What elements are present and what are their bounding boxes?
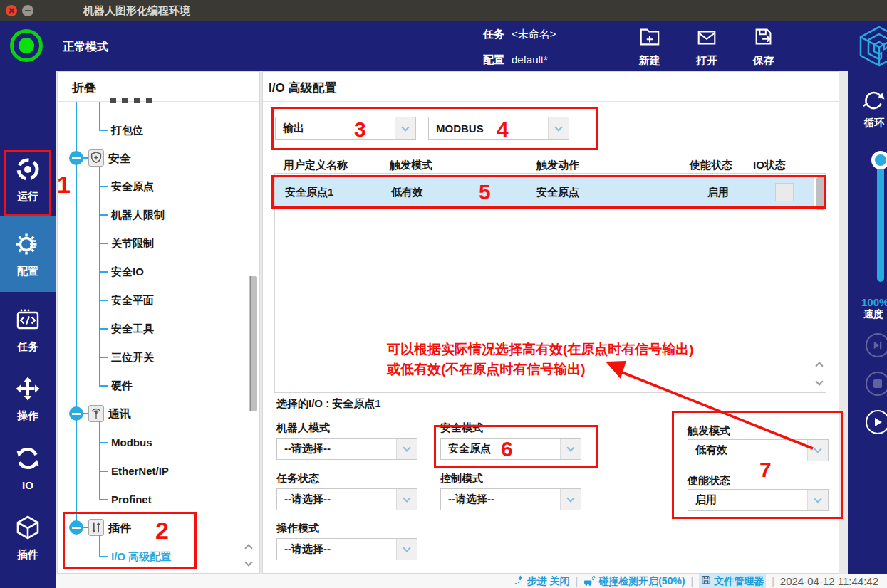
tree-stub-line <box>99 328 108 330</box>
minimize-window-icon[interactable] <box>22 5 33 16</box>
col-header-trigger-action: 触发动作 <box>536 159 579 172</box>
right-sidebar <box>848 71 887 574</box>
tree-node-safety[interactable]: 安全 <box>108 152 131 167</box>
tree-scroll-down-icon[interactable] <box>243 557 254 568</box>
table-scrollbar-thumb[interactable] <box>816 177 825 210</box>
left-sidebar: 运行 配置 任务 <box>0 71 56 588</box>
chevron-down-icon <box>807 440 828 461</box>
operation-mode-select[interactable]: --请选择-- <box>276 538 417 560</box>
sidebar-item-plugin[interactable]: 插件 <box>0 503 56 574</box>
task-state-label: 任务状态 <box>276 472 319 485</box>
separator: | <box>691 576 694 587</box>
new-button[interactable]: 新建 <box>624 26 675 68</box>
collapse-all-button[interactable]: 折叠 <box>72 80 96 96</box>
operation-mode-label: 操作模式 <box>276 522 319 535</box>
tree-stub-line <box>99 442 108 443</box>
tree-item-modbus[interactable]: Modbus <box>111 436 152 448</box>
tree-item-ethernet-ip[interactable]: EtherNet/IP <box>111 465 169 477</box>
sidebar-item-config[interactable]: 配置 <box>0 216 56 292</box>
config-value: default* <box>512 53 548 65</box>
speed-label: 速度 <box>863 308 883 321</box>
io-state-checkbox[interactable] <box>775 183 794 201</box>
col-header-io-state: IO状态 <box>753 159 786 172</box>
control-mode-select[interactable]: --请选择-- <box>440 488 581 510</box>
tree-stub-line <box>99 243 108 244</box>
tree-stub-line <box>99 499 108 500</box>
save-icon <box>752 38 775 51</box>
chevron-down-icon <box>560 439 581 459</box>
tree-branch-line <box>99 535 100 557</box>
tree-stub-line <box>99 130 108 131</box>
play-button[interactable] <box>866 410 887 434</box>
save-button[interactable]: 保存 <box>738 26 789 68</box>
step-icon <box>514 575 524 588</box>
selected-io-label: 选择的I/O : 安全原点1 <box>276 397 381 411</box>
collapse-node-icon[interactable] <box>69 151 83 165</box>
speed-slider-track[interactable] <box>877 161 884 282</box>
tree-item[interactable]: 打包位 <box>111 124 143 137</box>
tree-scroll-up-icon[interactable] <box>243 542 254 554</box>
io-direction-select[interactable]: 输出 <box>275 117 416 140</box>
tree-node-plugin[interactable]: 插件 <box>108 521 131 536</box>
tree-item-three-position-switch[interactable]: 三位开关 <box>111 351 154 364</box>
sliders-icon <box>88 519 104 536</box>
step-mode-status[interactable]: 步进 关闭 <box>514 575 570 588</box>
tree-item-profinet[interactable]: Profinet <box>111 493 152 505</box>
tree-item-robot-limit[interactable]: 机器人限制 <box>111 209 165 222</box>
chevron-down-icon <box>395 117 415 139</box>
tree-stub-line <box>83 157 88 159</box>
tree-node-communication[interactable]: 通讯 <box>108 407 131 422</box>
collapse-node-icon[interactable] <box>69 520 83 535</box>
tree-scrollbar-thumb[interactable] <box>249 276 257 411</box>
sidebar-item-io[interactable]: IO <box>0 434 56 505</box>
loop-icon[interactable] <box>861 88 886 117</box>
callout-number-4: 4 <box>497 117 509 142</box>
file-manager-button[interactable]: 文件管理器 <box>699 574 766 588</box>
sidebar-item-run[interactable]: 运行 <box>0 145 56 216</box>
cell-trigger-mode: 低有效 <box>391 177 423 208</box>
open-button[interactable]: 打开 <box>681 26 732 68</box>
table-scroll-up-icon[interactable] <box>814 360 825 372</box>
robot-mode-label: 机器人模式 <box>276 421 330 435</box>
sidebar-item-label: 配置 <box>17 265 38 278</box>
collapse-node-icon[interactable] <box>69 406 83 421</box>
control-mode-value: --请选择-- <box>441 493 494 506</box>
task-value: <未命名> <box>512 28 556 41</box>
robot-mode-select[interactable]: --请选择-- <box>276 438 417 460</box>
stop-button[interactable] <box>866 372 887 396</box>
close-window-icon[interactable] <box>6 5 17 16</box>
trigger-mode-select[interactable]: 低有效 <box>688 439 829 461</box>
separator: | <box>772 576 774 587</box>
sidebar-item-operate[interactable]: 操作 <box>0 364 56 436</box>
cube-icon <box>15 515 41 543</box>
enable-state-select[interactable]: 启用 <box>688 489 829 511</box>
speed-slider-handle[interactable] <box>871 151 887 169</box>
tree-panel-header: 折叠 <box>58 72 259 102</box>
tree-item-safety-plane[interactable]: 安全平面 <box>111 294 154 308</box>
speed-value: 100% <box>861 296 887 308</box>
shield-icon <box>88 149 104 167</box>
tree-item-safety-tool[interactable]: 安全工具 <box>111 322 154 336</box>
tree-item-safety-io[interactable]: 安全IO <box>111 266 144 279</box>
callout-number-3: 3 <box>354 117 366 142</box>
tree-item-hardware[interactable]: 硬件 <box>111 379 133 393</box>
tree-stub-line <box>99 556 108 557</box>
task-label: 任务 <box>483 28 504 41</box>
gear-icon <box>15 231 41 260</box>
table-scroll-down-icon[interactable] <box>814 376 825 387</box>
tree-stub-line <box>99 214 108 216</box>
collision-detection-status[interactable]: 碰撞检测开启(50%) <box>583 575 685 588</box>
chevron-down-icon <box>396 489 417 510</box>
tree-item-safety-home[interactable]: 安全原点 <box>111 180 154 194</box>
trigger-mode-label: 触发模式 <box>688 424 730 438</box>
chevron-down-icon <box>560 489 581 510</box>
tree-stub-line <box>99 385 108 387</box>
task-state-select[interactable]: --请选择-- <box>276 488 417 510</box>
open-file-icon <box>695 38 718 51</box>
tree-item-joint-limit[interactable]: 关节限制 <box>111 237 154 251</box>
tree-item-clipped[interactable] <box>110 98 158 103</box>
tree-item-io-advanced-config[interactable]: I/O 高级配置 <box>111 550 171 564</box>
sidebar-item-task[interactable]: 任务 <box>0 295 56 367</box>
step-forward-button[interactable] <box>866 333 887 357</box>
window-title: 机器人图形化编程环境 <box>83 4 190 18</box>
